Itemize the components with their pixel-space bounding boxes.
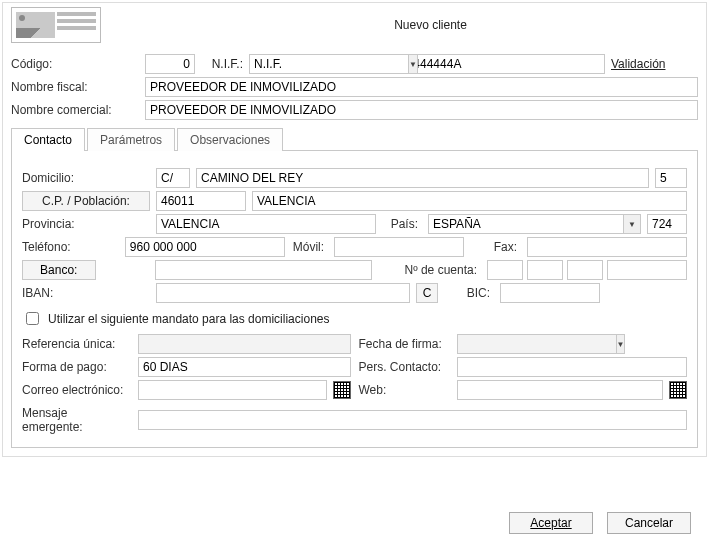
pais-codigo-input[interactable]: [647, 214, 687, 234]
mandate-checkbox[interactable]: [26, 312, 39, 325]
nif-value-input[interactable]: [395, 54, 605, 74]
iban-input[interactable]: [156, 283, 410, 303]
ref-unica-input: [138, 334, 351, 354]
tab-contacto[interactable]: Contacto: [11, 128, 85, 151]
label-iban: IBAN:: [22, 286, 150, 300]
label-fecha-firma: Fecha de firma:: [359, 337, 451, 351]
correo-input[interactable]: [138, 380, 327, 400]
mensaje-input[interactable]: [138, 410, 687, 430]
pers-contacto-input[interactable]: [457, 357, 688, 377]
label-provincia: Provincia:: [22, 217, 150, 231]
telefono-input[interactable]: [125, 237, 285, 257]
web-input[interactable]: [457, 380, 664, 400]
validacion-link[interactable]: Validación: [611, 57, 665, 71]
chevron-down-icon[interactable]: ▼: [408, 54, 418, 74]
qr-icon[interactable]: [669, 381, 687, 399]
label-mensaje: Mensaje emergente:: [22, 406, 132, 434]
banco-button[interactable]: Banco:: [22, 260, 96, 280]
label-pers-contacto: Pers. Contacto:: [359, 360, 451, 374]
tab-parametros[interactable]: Parámetros: [87, 128, 175, 151]
cancel-button[interactable]: Cancelar: [607, 512, 691, 534]
window-title: Nuevo cliente: [113, 18, 698, 32]
label-nombre-comercial: Nombre comercial:: [11, 103, 139, 117]
domicilio-input[interactable]: [196, 168, 649, 188]
banco-input[interactable]: [155, 260, 372, 280]
accept-button[interactable]: Aceptar: [509, 512, 593, 534]
poblacion-input[interactable]: [252, 191, 687, 211]
label-correo: Correo electrónico:: [22, 383, 132, 397]
nombre-comercial-input[interactable]: [145, 100, 698, 120]
cuenta4-input[interactable]: [607, 260, 687, 280]
label-ref-unica: Referencia única:: [22, 337, 132, 351]
numero-input[interactable]: [655, 168, 687, 188]
label-nombre-fiscal: Nombre fiscal:: [11, 80, 139, 94]
label-web: Web:: [359, 383, 451, 397]
pais-select[interactable]: [428, 214, 623, 234]
cuenta3-input[interactable]: [567, 260, 603, 280]
codigo-input[interactable]: [145, 54, 195, 74]
chevron-down-icon[interactable]: ▼: [616, 334, 626, 354]
cuenta1-input[interactable]: [487, 260, 523, 280]
label-pais: País:: [382, 217, 422, 231]
label-fax: Fax:: [470, 240, 521, 254]
bic-input[interactable]: [500, 283, 600, 303]
fecha-firma-input[interactable]: [457, 334, 616, 354]
label-movil: Móvil:: [291, 240, 328, 254]
label-forma-pago: Forma de pago:: [22, 360, 132, 374]
provincia-input[interactable]: [156, 214, 376, 234]
iban-calc-button[interactable]: C: [416, 283, 438, 303]
forma-pago-input[interactable]: [138, 357, 351, 377]
label-codigo: Código:: [11, 57, 139, 71]
label-nif: N.I.F.:: [201, 57, 243, 71]
nif-type-select[interactable]: [249, 54, 408, 74]
via-input[interactable]: [156, 168, 190, 188]
fax-input[interactable]: [527, 237, 687, 257]
nombre-fiscal-input[interactable]: [145, 77, 698, 97]
cp-poblacion-button[interactable]: C.P. / Población:: [22, 191, 150, 211]
cp-input[interactable]: [156, 191, 246, 211]
label-mandate: Utilizar el siguiente mandato para las d…: [48, 312, 329, 326]
movil-input[interactable]: [334, 237, 464, 257]
qr-icon[interactable]: [333, 381, 351, 399]
label-domicilio: Domicilio:: [22, 171, 150, 185]
label-n-cuenta: Nº de cuenta:: [378, 263, 481, 277]
label-telefono: Teléfono:: [22, 240, 119, 254]
chevron-down-icon[interactable]: ▼: [623, 214, 641, 234]
label-bic: BIC:: [444, 286, 494, 300]
cuenta2-input[interactable]: [527, 260, 563, 280]
tab-observaciones[interactable]: Observaciones: [177, 128, 283, 151]
client-card-icon: [11, 7, 101, 43]
